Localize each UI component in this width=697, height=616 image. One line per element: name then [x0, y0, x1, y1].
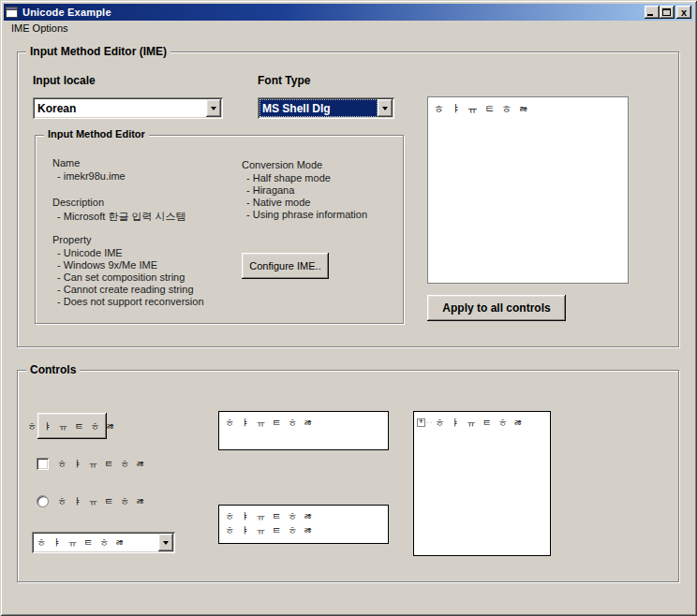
font-type-label: Font Type: [258, 74, 310, 87]
sample-combobox[interactable]: ㅎ ㅑ ㅠ ㅌ ㅎ ㅀ: [32, 532, 175, 553]
maximize-icon: [662, 8, 671, 16]
input-locale-value: Korean: [35, 99, 206, 117]
sample-checkbox-row: ㅎ ㅑ ㅠ ㅌ ㅎ ㅀ: [37, 457, 147, 471]
sample-checkbox[interactable]: [37, 458, 49, 470]
sample-checkbox-label: ㅎ ㅑ ㅠ ㅌ ㅎ ㅀ: [57, 457, 147, 471]
plus-box-icon[interactable]: +: [417, 418, 425, 427]
input-method-editor-title: Input Method Editor: [44, 128, 149, 139]
input-locale-combobox[interactable]: Korean: [33, 97, 223, 119]
property-item: - Can set composition string: [57, 271, 185, 283]
ime-preview-text: ㅎ ㅑ ㅠ ㅌ ㅎ ㅀ: [434, 103, 530, 114]
conversion-mode-item: - Using phrase information: [246, 209, 367, 220]
name-value: - imekr98u.ime: [57, 170, 126, 182]
apply-button-label: Apply to all controls: [442, 301, 550, 315]
apply-to-all-controls-button[interactable]: Apply to all controls: [427, 295, 566, 321]
configure-ime-button[interactable]: Configure IME..: [242, 253, 329, 279]
sample-button-label: ㅎ ㅑ ㅠ ㅌ ㅎ ㅀ: [27, 419, 117, 433]
input-locale-label: Input locale: [33, 74, 96, 87]
font-type-combobox[interactable]: MS Shell Dlg: [258, 97, 394, 119]
sample-radio-button[interactable]: [37, 495, 49, 507]
window-title: Unicode Example: [22, 7, 645, 18]
conversion-mode-label: Conversion Mode: [242, 159, 322, 170]
app-window-icon: [6, 7, 19, 19]
sample-treeview[interactable]: + ·· ㅎ ㅑ ㅠ ㅌ ㅎ ㅀ: [413, 411, 551, 556]
input-locale-dropdown-button[interactable]: [206, 99, 221, 117]
sample-combobox-value: ㅎ ㅑ ㅠ ㅌ ㅎ ㅀ: [34, 534, 158, 551]
description-value: - Microsoft 한글 입력 시스템: [57, 210, 186, 224]
conversion-mode-item: - Hiragana: [246, 184, 294, 196]
configure-ime-button-label: Configure IME..: [249, 260, 320, 271]
font-type-dropdown-button[interactable]: [378, 99, 393, 117]
sample-radio-row: ㅎ ㅑ ㅠ ㅌ ㅎ ㅀ: [37, 494, 147, 508]
sample-button[interactable]: ㅎ ㅑ ㅠ ㅌ ㅎ ㅀ: [37, 413, 107, 439]
property-item: - Windows 9x/Me IME: [57, 259, 157, 271]
conversion-mode-item: - Native mode: [246, 197, 310, 208]
sample-edit-line: ㅎ ㅑ ㅠ ㅌ ㅎ ㅀ: [225, 509, 382, 523]
sample-edit-line: ㅎ ㅑ ㅠ ㅌ ㅎ ㅀ: [225, 523, 382, 537]
property-item: - Cannot create reading string: [57, 284, 194, 295]
tree-node-label: ㅎ ㅑ ㅠ ㅌ ㅎ ㅀ: [435, 416, 525, 430]
ime-preview-edit[interactable]: ㅎ ㅑ ㅠ ㅌ ㅎ ㅀ: [427, 96, 629, 284]
tree-node[interactable]: + ·· ㅎ ㅑ ㅠ ㅌ ㅎ ㅀ: [417, 416, 547, 430]
menu-bar: IME Options: [4, 22, 693, 37]
sample-edit-single-text: ㅎ ㅑ ㅠ ㅌ ㅎ ㅀ: [225, 416, 382, 430]
minimize-button[interactable]: [645, 6, 660, 19]
conversion-mode-item: - Half shape mode: [246, 172, 331, 183]
property-label: Property: [52, 234, 92, 245]
input-method-editor-groupbox: Input Method Editor Name - imekr98u.ime …: [35, 135, 404, 324]
menu-item-ime-options[interactable]: IME Options: [4, 22, 74, 36]
minimize-icon: [647, 14, 653, 16]
controls-groupbox: Controls ㅎ ㅑ ㅠ ㅌ ㅎ ㅀ ㅎ ㅑ ㅠ ㅌ ㅎ ㅀ ㅎ ㅑ ㅠ ㅌ…: [17, 370, 679, 582]
sample-combobox-dropdown-button[interactable]: [158, 534, 173, 551]
chevron-down-icon: [211, 107, 216, 110]
sample-edit-single[interactable]: ㅎ ㅑ ㅠ ㅌ ㅎ ㅀ: [218, 411, 389, 450]
property-item: - Does not support reconversion: [57, 296, 204, 307]
unicode-example-window: Unicode Example x IME Options Input Meth…: [0, 0, 697, 616]
maximize-button[interactable]: [660, 6, 675, 19]
close-button[interactable]: x: [676, 6, 691, 19]
sample-edit-multiline[interactable]: ㅎ ㅑ ㅠ ㅌ ㅎ ㅀ ㅎ ㅑ ㅠ ㅌ ㅎ ㅀ: [218, 505, 389, 544]
font-type-value: MS Shell Dlg: [260, 99, 378, 117]
chevron-down-icon: [382, 107, 388, 110]
close-icon: x: [681, 7, 687, 17]
description-label: Description: [52, 197, 104, 208]
ime-groupbox-title: Input Method Editor (IME): [26, 45, 171, 58]
sample-radio-label: ㅎ ㅑ ㅠ ㅌ ㅎ ㅀ: [57, 494, 147, 508]
ime-groupbox: Input Method Editor (IME) Input locale K…: [17, 51, 679, 347]
controls-groupbox-title: Controls: [26, 363, 80, 376]
tree-connector: ··: [426, 418, 433, 427]
titlebar[interactable]: Unicode Example x: [4, 4, 693, 21]
chevron-down-icon: [163, 541, 169, 545]
name-label: Name: [52, 157, 80, 169]
property-item: - Unicode IME: [57, 247, 123, 258]
